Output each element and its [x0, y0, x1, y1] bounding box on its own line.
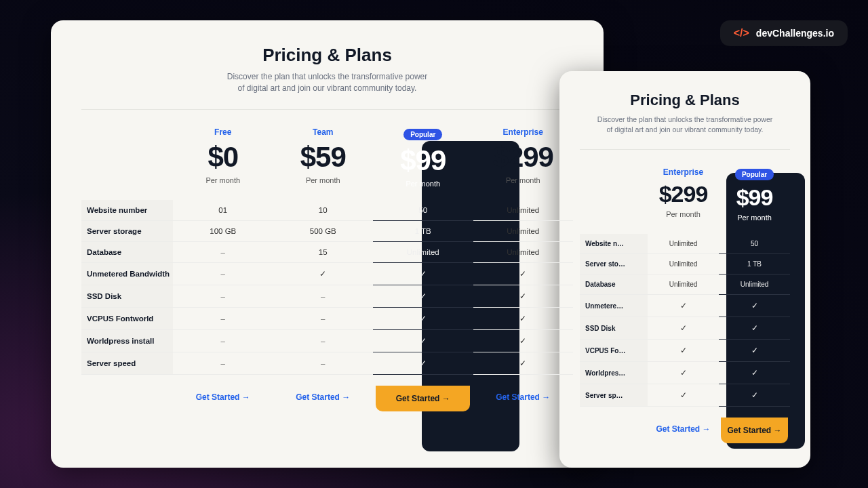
feature-cell: 1 TB — [373, 221, 473, 242]
pricing-subtitle: Discover the plan that unlocks the trans… — [580, 115, 790, 134]
brand-text: devChallenges.io — [756, 28, 834, 39]
feature-cell — [473, 285, 574, 308]
feature-cell — [173, 352, 273, 375]
get-started-button[interactable]: Get Started — [492, 386, 554, 409]
feature-cell — [373, 308, 473, 330]
plan-header-popular: Popular$99Per month — [719, 163, 790, 234]
feature-label: Database — [81, 242, 173, 263]
feature-cell: 10 — [273, 200, 374, 221]
feature-label: Server speed — [81, 352, 173, 375]
feature-cell — [273, 263, 374, 285]
divider — [81, 109, 573, 110]
divider — [580, 149, 790, 150]
feature-cell: Unlimited — [648, 234, 719, 254]
feature-label: Website n… — [580, 234, 648, 254]
per-month-label: Per month — [276, 176, 371, 184]
plan-price: $59 — [276, 141, 371, 174]
pricing-header: Pricing & Plans Discover the plan that u… — [81, 45, 573, 94]
get-started-button[interactable]: Get Started — [292, 386, 354, 409]
per-month-label: Per month — [650, 210, 716, 218]
feature-label: Worldpres… — [580, 362, 648, 384]
pricing-subtitle: Discover the plan that unlocks the trans… — [81, 71, 573, 94]
feature-cell — [173, 330, 273, 352]
feature-cell — [648, 362, 719, 384]
feature-cell: Unlimited — [473, 221, 574, 242]
feature-label: VCPUS Fo… — [580, 340, 648, 362]
feature-label: Server sp… — [580, 384, 648, 407]
feature-label: Website number — [81, 200, 173, 221]
feature-label: VCPUS Fontworld — [81, 308, 173, 330]
feature-cell: 50 — [719, 234, 790, 254]
feature-cell — [373, 330, 473, 352]
feature-cell — [648, 295, 719, 317]
plan-price: $299 — [476, 141, 571, 174]
feature-cell — [648, 317, 719, 340]
plan-name: Free — [176, 127, 271, 137]
plan-header-free: Free$0Per month — [173, 123, 273, 200]
feature-cell — [473, 263, 574, 285]
feature-cell: Unlimited — [373, 242, 473, 263]
plan-header-enterprise: Enterprise$299Per month — [473, 123, 574, 200]
plan-price: $99 — [376, 144, 471, 177]
feature-cell: Unlimited — [473, 200, 574, 221]
pricing-card-mobile: Pricing & Plans Discover the plan that u… — [559, 71, 810, 468]
feature-cell — [648, 384, 719, 407]
plan-header-enterprise: Enterprise$299Per month — [648, 163, 719, 234]
get-started-button[interactable]: Get Started — [721, 418, 788, 443]
feature-cell — [473, 308, 574, 330]
feature-label: SSD Disk — [580, 317, 648, 340]
feature-label: Server sto… — [580, 254, 648, 274]
feature-cell: 500 GB — [273, 221, 374, 242]
feature-cell — [719, 362, 790, 384]
feature-cell — [719, 295, 790, 317]
feature-cell: Unlimited — [648, 274, 719, 295]
per-month-label: Per month — [722, 214, 787, 222]
feature-cell — [473, 330, 574, 352]
feature-cell: Unlimited — [648, 254, 719, 274]
feature-cell — [473, 352, 574, 375]
feature-cell — [273, 352, 374, 375]
feature-cell — [173, 308, 273, 330]
get-started-button[interactable]: Get Started — [192, 386, 254, 409]
per-month-label: Per month — [476, 176, 571, 184]
brand-badge[interactable]: </> devChallenges.io — [720, 20, 848, 46]
pricing-header: Pricing & Plans Discover the plan that u… — [580, 92, 790, 134]
feature-label: Worldpress install — [81, 330, 173, 352]
feature-label: Database — [580, 274, 648, 295]
plan-header-team: Team$59Per month — [273, 123, 374, 200]
plan-price: $299 — [650, 181, 716, 207]
plan-name: Enterprise — [476, 127, 571, 137]
feature-cell: Unlimited — [719, 274, 790, 295]
feature-cell — [273, 330, 374, 352]
plan-name: Enterprise — [650, 167, 716, 177]
plan-price: $0 — [176, 141, 271, 174]
per-month-label: Per month — [376, 180, 471, 188]
feature-label: Unmetere… — [580, 295, 648, 317]
feature-cell — [173, 242, 273, 263]
get-started-button[interactable]: Get Started — [652, 418, 714, 441]
feature-cell — [719, 340, 790, 362]
get-started-button[interactable]: Get Started — [376, 386, 470, 411]
feature-cell — [719, 317, 790, 340]
feature-cell: 1 TB — [719, 254, 790, 274]
feature-cell: 50 — [373, 200, 473, 221]
feature-cell — [173, 285, 273, 308]
popular-pill: Popular — [403, 129, 442, 140]
feature-cell — [173, 263, 273, 285]
plan-name: Team — [276, 127, 371, 137]
feature-cell: Unlimited — [473, 242, 574, 263]
per-month-label: Per month — [176, 176, 271, 184]
feature-cell: 15 — [273, 242, 374, 263]
pricing-title: Pricing & Plans — [580, 92, 790, 109]
feature-cell — [373, 263, 473, 285]
feature-label: Server storage — [81, 221, 173, 242]
feature-cell — [273, 285, 374, 308]
feature-label: SSD Disk — [81, 285, 173, 308]
plan-price: $99 — [722, 184, 787, 211]
feature-label: Unmetered Bandwidth — [81, 263, 173, 285]
feature-cell — [373, 285, 473, 308]
pricing-card-desktop: Pricing & Plans Discover the plan that u… — [51, 20, 604, 468]
feature-cell: 01 — [173, 200, 273, 221]
feature-cell — [373, 352, 473, 375]
feature-cell — [648, 340, 719, 362]
